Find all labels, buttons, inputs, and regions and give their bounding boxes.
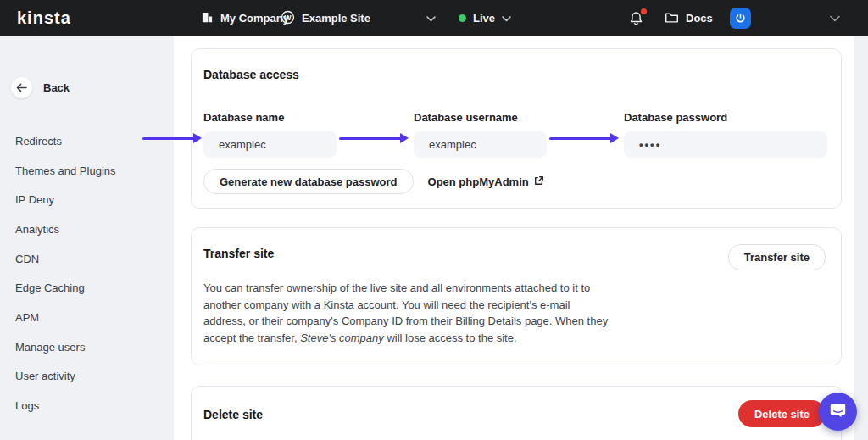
database-username-field[interactable]: examplec	[414, 131, 547, 158]
sidebar-item-ip-deny[interactable]: IP Deny	[0, 185, 174, 214]
building-icon	[201, 11, 214, 26]
database-name-label: Database name	[203, 111, 337, 124]
delete-site-button[interactable]: Delete site	[738, 400, 826, 427]
external-link-icon	[534, 175, 544, 188]
folder-icon	[665, 11, 679, 26]
notifications-button[interactable]	[629, 0, 643, 36]
open-phpmyadmin-link[interactable]: Open phpMyAdmin	[428, 175, 544, 188]
arrow-left-icon	[11, 77, 32, 98]
svg-text:W: W	[284, 13, 292, 21]
kinsta-logo[interactable]: Kinsta	[17, 0, 71, 36]
chat-widget-button[interactable]	[819, 393, 857, 431]
site-dropdown-chevron[interactable]	[426, 0, 436, 36]
database-actions-row: Generate new database password Open phpM…	[203, 169, 544, 194]
database-name-field[interactable]: examplec	[203, 131, 337, 158]
sidebar-item-analytics[interactable]: Analytics	[0, 214, 174, 244]
environment-selector[interactable]: Live	[459, 0, 511, 36]
topbar: Kinsta My Company W Example Site Live	[0, 0, 868, 36]
database-access-title: Database access	[203, 68, 299, 81]
sidebar-item-redirects[interactable]: Redirects	[0, 126, 174, 156]
sidebar-item-themes-and-plugins[interactable]: Themes and Plugins	[0, 156, 174, 186]
transfer-site-card: Transfer site Transfer site You can tran…	[191, 227, 842, 365]
site-selector-label: Example Site	[302, 12, 370, 25]
chevron-down-icon	[426, 12, 436, 25]
delete-site-title: Delete site	[203, 408, 263, 421]
docs-button[interactable]: Docs	[665, 0, 713, 36]
transfer-site-description: You can transfer ownership of the live s…	[203, 280, 612, 346]
sidebar-item-logs[interactable]: Logs	[0, 391, 174, 421]
company-selector-label: My Company	[220, 12, 289, 25]
docs-label: Docs	[686, 12, 713, 25]
chevron-down-icon	[502, 12, 511, 25]
database-access-card: Database access Database name examplec D…	[191, 48, 842, 209]
main-content: Database access Database name examplec D…	[174, 36, 854, 440]
company-selector[interactable]: My Company	[201, 0, 289, 36]
site-selector[interactable]: W Example Site	[281, 0, 370, 36]
database-password-group: Database password ••••	[624, 111, 827, 158]
live-status-dot	[459, 14, 466, 22]
database-name-group: Database name examplec	[203, 111, 337, 158]
transfer-description-company-name: Steve's company	[300, 331, 384, 344]
generate-password-button[interactable]: Generate new database password	[203, 169, 414, 194]
environment-label: Live	[473, 12, 495, 25]
power-icon	[730, 8, 751, 29]
database-username-group: Database username examplec	[414, 111, 547, 158]
chat-bubble-icon	[829, 402, 847, 421]
bell-icon	[629, 11, 643, 26]
transfer-site-title: Transfer site	[203, 247, 274, 260]
sidebar-item-apm[interactable]: APM	[0, 303, 174, 332]
account-menu-button[interactable]	[730, 0, 751, 36]
database-password-label: Database password	[624, 111, 827, 124]
sidebar-item-cdn[interactable]: CDN	[0, 244, 174, 274]
notification-dot	[641, 8, 647, 14]
transfer-description-part2: will lose access to the site.	[384, 331, 517, 344]
sidebar: Back Redirects Themes and Plugins IP Den…	[0, 36, 174, 440]
chevron-down-icon	[830, 12, 840, 25]
back-button[interactable]: Back	[11, 77, 70, 98]
wordpress-icon: W	[281, 10, 295, 27]
back-label: Back	[43, 81, 70, 94]
sidebar-item-manage-users[interactable]: Manage users	[0, 332, 174, 362]
sidebar-item-user-activity[interactable]: User activity	[0, 362, 174, 392]
database-username-label: Database username	[414, 111, 547, 124]
sidebar-item-edge-caching[interactable]: Edge Caching	[0, 273, 174, 303]
transfer-site-button[interactable]: Transfer site	[728, 244, 826, 270]
phpmyadmin-link-label: Open phpMyAdmin	[428, 175, 529, 188]
database-password-field[interactable]: ••••	[624, 131, 827, 158]
account-dropdown-chevron[interactable]	[830, 0, 840, 36]
sidebar-nav: Redirects Themes and Plugins IP Deny Ana…	[0, 126, 174, 421]
delete-site-card: Delete site Delete site	[191, 386, 842, 440]
